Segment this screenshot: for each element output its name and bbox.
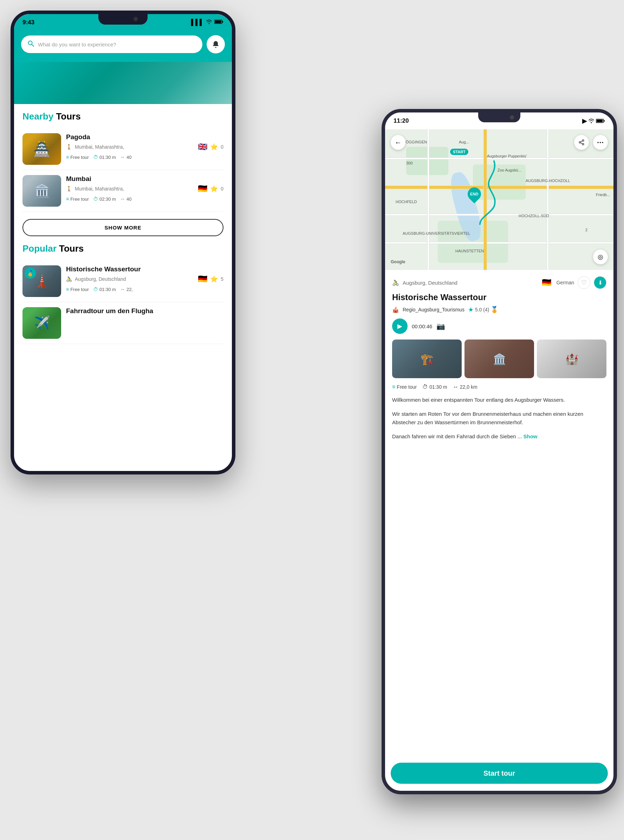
video-timestamp: 00:00:46 [412, 323, 432, 330]
detail-location-row: 🚴 Augsburg, Deutschland 🇩🇪 German ♡ ⬇ [392, 276, 606, 289]
detail-meta-free: ≡ Free tour [392, 384, 417, 390]
download-button[interactable]: ⬇ [594, 276, 606, 289]
phone1-header: What do you want to experience? [14, 31, 232, 62]
map-more-button[interactable]: ··· [593, 135, 608, 150]
photo-2[interactable] [465, 340, 534, 378]
tour-item-pagoda[interactable]: Pagoda 🚶 Mumbai, Maharashtra, 🇬🇧 ⭐ 0 ≡ F… [23, 128, 224, 170]
map-road-main-h [385, 186, 613, 189]
map-label-haunstetten: HAUNSTETTEN [456, 249, 484, 253]
tour-description-1: Willkommen bei einer entspannten Tour en… [392, 396, 606, 404]
distance-icon-mumbai: ↔ [120, 196, 125, 202]
clock-icon-mumbai: ⏱ [93, 196, 98, 202]
phone2-time: 11:20 [394, 118, 409, 124]
map-label-hochzoll: AUGSBURG-HOCHZOLL [526, 179, 570, 183]
phone2-battery-icon [596, 118, 605, 123]
tour-item-wassertour[interactable]: 🏅 Historische Wassertour 🚴 Augsburg, Deu… [23, 260, 224, 302]
free-label-pagoda: Free tour [70, 155, 89, 160]
duration-mumbai: 02:30 m [99, 196, 116, 202]
duration-wassertour: 01:30 m [99, 287, 116, 292]
flag-wassertour: 🇩🇪 [198, 274, 207, 284]
video-row: ▶ 00:00:46 📷 [392, 319, 606, 334]
map-label-hochfeld: HOCHFELD [395, 200, 417, 204]
free-label-wassertour: Free tour [70, 287, 89, 292]
phone2-wifi-icon [588, 118, 595, 123]
map-back-button[interactable]: ← [391, 135, 405, 150]
play-icon: ▶ [397, 322, 402, 330]
nearby-rest: Tours [53, 111, 81, 122]
search-bar[interactable]: What do you want to experience? [21, 36, 202, 53]
detail-free-label: Free tour [397, 384, 417, 390]
map-label-augsburg: Aug... [459, 140, 469, 144]
reviews-count: (4) [483, 307, 489, 312]
map-container[interactable]: RG-GÖGGINGEN Aug... Augsburger Puppenkis… [385, 129, 613, 270]
tour-name-flughafen: Fahrradtour um den Flugha [66, 307, 224, 315]
author-icon: 🎪 [392, 306, 399, 313]
tour-thumb-mumbai [23, 175, 61, 207]
photo-1[interactable] [392, 340, 462, 378]
tour-location-row-wassertour: 🚴 Augsburg, Deutschland 🇩🇪 ⭐ 5 [66, 274, 224, 284]
popular-accent: Popular [23, 243, 57, 254]
star-pagoda: ⭐ [210, 143, 218, 151]
tour-info-wassertour: Historische Wassertour 🚴 Augsburg, Deuts… [66, 265, 224, 292]
map-label-hochzoll-sud: HOCHZOLL-SÜD [519, 214, 549, 218]
search-placeholder-text: What do you want to experience? [38, 42, 116, 48]
route-icon-mumbai: ≡ [66, 196, 69, 202]
popular-badge: 🏅 [25, 268, 36, 279]
popular-rest: Tours [57, 243, 84, 254]
distance-mumbai: 40 [127, 196, 131, 202]
show-more-button[interactable]: SHOW MORE [23, 219, 224, 236]
rating-pagoda: 0 [221, 144, 224, 150]
start-tour-button[interactable]: Start tour [391, 763, 608, 784]
detail-bike-icon: 🚴 [392, 279, 399, 286]
map-location-button[interactable]: ◎ [593, 249, 608, 264]
tour-meta-mumbai: ≡ Free tour ⏱ 02:30 m ↔ 40 [66, 196, 224, 202]
detail-language: German [556, 280, 574, 285]
phone2-camera [510, 115, 514, 119]
heart-button[interactable]: ♡ [578, 276, 590, 289]
rating-wassertour: 5 [221, 276, 224, 282]
map-road-v1 [427, 129, 429, 270]
svg-line-4 [32, 44, 34, 46]
tour-location-wassertour: Augsburg, Deutschland [75, 276, 195, 282]
start-pin-label: START [453, 150, 465, 154]
detail-author-row: 🎪 Regio_Augsburg_Tourismus ★ 5.0 (4) 🏅 [392, 306, 606, 314]
tour-name-wassertour: Historische Wassertour [66, 265, 224, 273]
nearby-accent: Nearby [23, 111, 53, 122]
flag-pagoda: 🇬🇧 [198, 142, 207, 152]
tour-thumb-pagoda [23, 133, 61, 165]
bike-icon-wassertour: 🚴 [66, 276, 72, 282]
end-pin-label: END [470, 192, 478, 196]
tour-item-flughafen[interactable]: Fahrradtour um den Flugha [23, 302, 224, 344]
phone2-location-icon: ▶ [582, 118, 587, 125]
flag-mumbai: 🇩🇪 [198, 184, 207, 193]
meta-free-wassertour: ≡ Free tour [66, 286, 89, 292]
map-road-main-v [483, 129, 487, 270]
tour-name-pagoda: Pagoda [66, 133, 224, 141]
meta-distance-wassertour: ↔ 22, [120, 286, 133, 292]
notification-button[interactable] [207, 35, 225, 53]
tour-name-mumbai: Mumbai [66, 175, 224, 183]
tour-item-mumbai[interactable]: Mumbai 🚶 Mumbai, Maharashtra, 🇩🇪 ⭐ 0 ≡ F… [23, 170, 224, 212]
rating-number: 5.0 [475, 307, 482, 312]
map-label-friedb: Friedb... [596, 193, 610, 197]
phone1-signal-icon: ▌▌▌ [191, 19, 204, 26]
rating-mumbai: 0 [221, 186, 224, 192]
heart-icon: ♡ [581, 279, 587, 286]
photo-3[interactable] [537, 340, 606, 378]
svg-rect-2 [215, 21, 221, 23]
share-icon [578, 139, 585, 145]
play-button[interactable]: ▶ [392, 319, 408, 334]
map-share-button[interactable] [574, 135, 589, 150]
meta-free-pagoda: ≡ Free tour [66, 154, 89, 160]
tour-location-pagoda: Mumbai, Maharashtra, [75, 144, 195, 150]
phone2-status-icons: ▶ [582, 118, 605, 125]
phone1-wifi-icon [206, 19, 212, 26]
show-more-link[interactable]: Show [524, 433, 538, 439]
map-road-h2 [385, 214, 613, 216]
clock-icon-pagoda: ⏱ [93, 154, 98, 160]
free-label-mumbai: Free tour [70, 196, 89, 202]
detail-flag: 🇩🇪 [542, 278, 551, 287]
meta-duration-mumbai: ⏱ 02:30 m [93, 196, 116, 202]
map-background: RG-GÖGGINGEN Aug... Augsburger Puppenkis… [385, 129, 613, 270]
svg-rect-1 [222, 21, 223, 23]
